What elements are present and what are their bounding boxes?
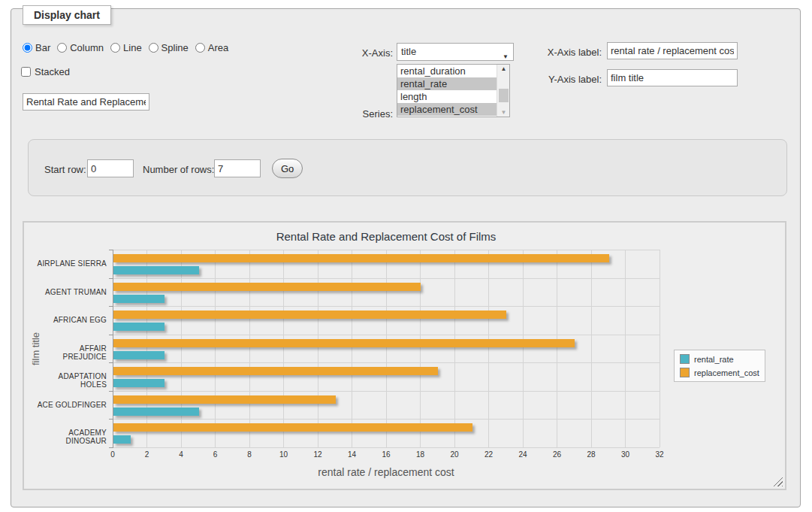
stacked-label: Stacked [35,66,70,77]
go-button[interactable]: Go [272,159,303,178]
bar-rental_rate [113,266,199,274]
category-label: AIRPLANE SIERRA [35,259,107,268]
x-tick-label: 32 [648,450,671,459]
x-axis-select[interactable]: title ▼ [397,43,514,61]
gridline-horizontal [113,278,660,279]
chart-type-option-bar: Bar [23,42,50,53]
radio-column-label: Column [70,42,104,53]
resize-handle-icon[interactable] [773,477,783,486]
category-label: AFFAIR PREJUDICE [35,344,107,361]
x-tick-label: 8 [238,450,261,459]
series-option-replacement_cost[interactable]: replacement_cost [397,103,509,116]
chart-type-option-line: Line [110,42,142,53]
bar-rental_rate [113,323,165,331]
scroll-down-icon[interactable]: ▼ [497,109,510,116]
x-tick-label: 18 [409,450,432,459]
radio-spline-label: Spline [161,42,189,53]
radio-area[interactable] [195,43,205,53]
chart-type-option-column: Column [57,42,104,53]
legend-swatch-icon [680,368,690,377]
series-option-length[interactable]: length [397,90,509,103]
radio-bar-label: Bar [35,42,50,53]
series-multiselect[interactable]: rental_durationrental_ratelengthreplacem… [397,64,510,117]
gridline-horizontal [113,391,660,392]
row-range-panel [28,139,787,196]
bar-replacement_cost [113,367,438,375]
chevron-down-icon: ▼ [503,49,509,65]
start-row-input[interactable] [87,159,134,177]
x-tick-label: 20 [443,450,466,459]
x-axis-label-input[interactable] [607,42,738,59]
bar-replacement_cost [113,254,609,262]
num-rows-label: Number of rows: [143,164,214,175]
category-label: AGENT TRUMAN [35,288,107,296]
x-tick-label: 24 [512,450,534,459]
radio-line-label: Line [123,42,142,53]
gridline-horizontal [113,250,660,250]
x-tick-label: 28 [580,450,602,459]
series-options: rental_durationrental_ratelengthreplacem… [397,65,509,116]
legend-item-rental_rate: rental_rate [680,354,759,364]
category-label: ACE GOLDFINGER [35,401,107,409]
gridline-horizontal [113,335,660,335]
series-option-rental_rate[interactable]: rental_rate [397,77,509,90]
bar-rental_rate [113,351,165,359]
legend-item-replacement_cost: replacement_cost [680,368,759,377]
y-axis-line [113,250,113,448]
x-tick-label: 14 [341,450,364,459]
x-tick-label: 12 [306,450,329,459]
x-axis-selected-value: title [401,46,416,57]
radio-spline[interactable] [149,43,158,53]
chart-type-option-spline: Spline [149,42,189,53]
x-tick-label: 22 [478,450,500,459]
bar-rental_rate [113,379,165,387]
legend-label: replacement_cost [694,368,759,377]
y-axis-label-field-label: Y-Axis label: [528,74,602,85]
gridline-horizontal [113,362,660,363]
x-axis-label-field-label: X-Axis label: [528,47,602,58]
bar-replacement_cost [113,395,336,404]
radio-line[interactable] [110,43,120,53]
bar-replacement_cost [113,311,506,319]
x-tick-label: 6 [204,450,227,459]
bar-rental_rate [113,407,199,416]
bar-replacement_cost [113,339,575,347]
bar-rental_rate [113,435,131,444]
stacked-checkbox[interactable] [21,67,31,77]
scrollbar-thumb[interactable] [499,89,509,102]
x-tick-label: 0 [101,450,124,459]
chart-title-input[interactable] [23,93,149,111]
gridline-horizontal [113,419,660,420]
x-tick-label: 26 [546,450,569,459]
chart-x-axis-title: rental rate / replacement cost [113,466,660,478]
series-option-rental_duration[interactable]: rental_duration [397,65,509,77]
series-select-label: Series: [325,108,393,120]
chart-type-option-area: Area [195,42,228,53]
x-tick-label: 4 [170,450,192,459]
chart-title: Rental Rate and Replacement Cost of Film… [113,230,660,243]
chart-container: Rental Rate and Replacement Cost of Film… [23,221,786,490]
bar-rental_rate [113,295,165,303]
scrollbar[interactable]: ▲ ▼ [497,65,509,117]
radio-area-label: Area [208,42,228,53]
gridline-horizontal [113,306,660,307]
num-rows-input[interactable] [214,159,261,177]
stacked-option: Stacked [21,66,70,77]
scroll-up-icon[interactable]: ▲ [497,65,510,72]
radio-column[interactable] [57,43,67,53]
gridline-horizontal [113,447,660,448]
x-tick-label: 10 [273,450,295,459]
legend-swatch-icon [680,354,690,364]
chart-type-radio-group: Bar Column Line Spline Area [23,42,235,53]
legend-label: rental_rate [694,355,734,364]
plot-area [113,250,660,447]
x-tick-label: 2 [136,450,158,459]
y-axis-label-input[interactable] [607,69,738,86]
start-row-label: Start row: [44,164,86,175]
category-label: ADAPTATION HOLES [35,372,107,389]
bar-replacement_cost [113,423,472,432]
chart-legend: rental_ratereplacement_cost [674,350,765,382]
radio-bar[interactable] [23,43,32,53]
bar-replacement_cost [113,283,421,291]
x-tick-label: 30 [614,450,637,459]
